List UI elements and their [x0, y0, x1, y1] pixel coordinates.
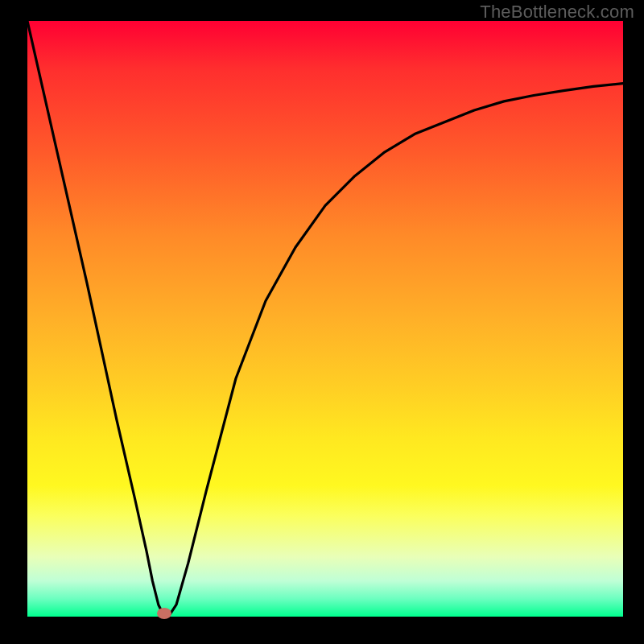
curve-path	[27, 21, 623, 617]
chart-frame: TheBottleneck.com	[0, 0, 644, 644]
bottleneck-curve	[27, 21, 623, 617]
watermark-text: TheBottleneck.com	[480, 2, 634, 23]
plot-area	[27, 21, 623, 617]
optimal-point-marker	[157, 608, 171, 619]
